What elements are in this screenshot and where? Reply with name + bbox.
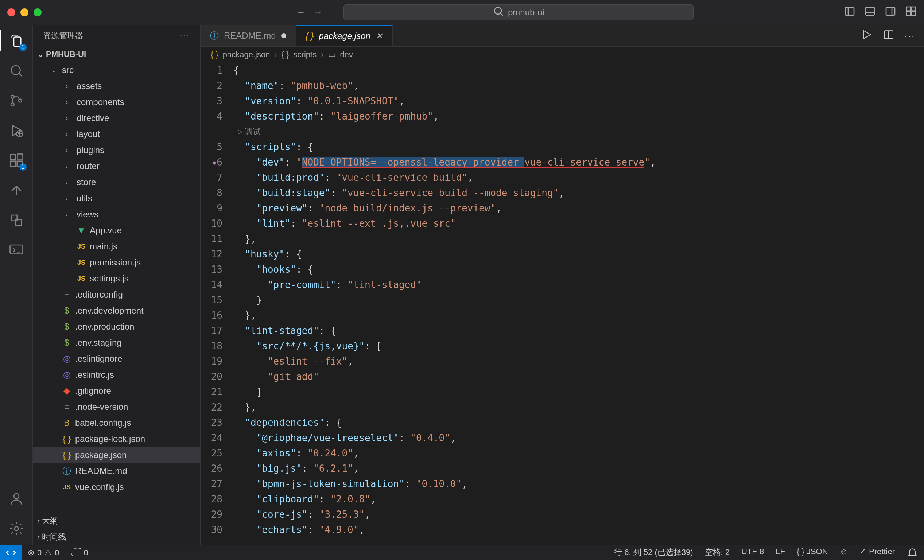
command-center-search[interactable]: pmhub-ui: [344, 4, 693, 20]
tree-item[interactable]: ◎.eslintignore: [33, 351, 200, 367]
tree-item[interactable]: ›plugins: [33, 142, 200, 158]
activity-run-debug[interactable]: [8, 122, 25, 139]
svg-rect-13: [10, 154, 16, 160]
panel-right-icon[interactable]: [885, 6, 896, 19]
file-label: vue.config.js: [75, 482, 124, 492]
outline-label: 大纲: [42, 515, 58, 527]
activity-upload[interactable]: [8, 181, 25, 199]
editor-tab[interactable]: ⓘREADME.md: [201, 25, 296, 46]
activity-source-control[interactable]: [8, 92, 25, 109]
file-label: .eslintignore: [75, 353, 122, 364]
sidebar: 资源管理器 ··· ⌄ PMHUB-UI ⌄src›assets›compone…: [33, 25, 201, 545]
tree-item[interactable]: ›utils: [33, 190, 200, 207]
sparkle-icon[interactable]: ✦: [212, 154, 218, 170]
svg-point-0: [495, 7, 501, 14]
code-content[interactable]: { "name": "pmhub-web", "version": "0.0.1…: [233, 63, 924, 545]
timeline-section[interactable]: › 时间线: [33, 529, 200, 545]
file-tree: ⌄src›assets›components›directive›layout›…: [33, 62, 200, 513]
project-header[interactable]: ⌄ PMHUB-UI: [33, 46, 200, 62]
activity-settings[interactable]: [8, 520, 25, 538]
tree-item[interactable]: ▼App.vue: [33, 222, 200, 238]
tree-item[interactable]: ›assets: [33, 78, 200, 94]
tree-item[interactable]: ›layout: [33, 126, 200, 142]
svg-point-21: [14, 527, 18, 531]
indent-button[interactable]: 空格: 2: [699, 547, 735, 558]
more-icon[interactable]: ···: [180, 31, 190, 40]
feedback-icon[interactable]: ☺: [834, 547, 854, 556]
tree-item[interactable]: JSmain.js: [33, 238, 200, 255]
panel-left-icon[interactable]: [844, 6, 855, 19]
activity-account[interactable]: [8, 490, 25, 508]
outline-section[interactable]: › 大纲: [33, 513, 200, 529]
tree-item[interactable]: ›router: [33, 158, 200, 174]
bell-icon[interactable]: [901, 547, 924, 559]
close-tab-icon[interactable]: ✕: [376, 31, 383, 41]
tree-item[interactable]: { }package.json: [33, 447, 200, 463]
project-name: PMHUB-UI: [46, 49, 86, 59]
ports-button[interactable]: ◟⁀0: [65, 545, 94, 560]
svg-rect-2: [866, 7, 874, 15]
tree-item[interactable]: JSpermission.js: [33, 255, 200, 271]
tree-item[interactable]: ›components: [33, 94, 200, 110]
tree-item[interactable]: ⓘREADME.md: [33, 463, 200, 479]
tab-label: README.md: [224, 31, 276, 41]
tree-item[interactable]: $.env.development: [33, 302, 200, 319]
breadcrumb-file: package.json: [223, 50, 270, 60]
editor-tab[interactable]: { }package.json✕: [296, 25, 393, 46]
tree-item[interactable]: ◎.eslintrc.js: [33, 367, 200, 383]
layout-icon[interactable]: [905, 6, 917, 19]
svg-point-11: [19, 99, 22, 102]
nav-forward-button[interactable]: →: [313, 7, 323, 18]
file-label: README.md: [75, 466, 127, 476]
tree-item[interactable]: Bbabel.config.js: [33, 415, 200, 431]
activity-explorer[interactable]: 1: [8, 32, 25, 49]
file-label: plugins: [76, 145, 104, 155]
tree-item[interactable]: $.env.production: [33, 319, 200, 335]
tree-item[interactable]: $.env.staging: [33, 335, 200, 351]
tree-item[interactable]: ≡.editorconfig: [33, 287, 200, 302]
activity-remote-explorer[interactable]: [8, 241, 25, 259]
cursor-position[interactable]: 行 6, 列 52 (已选择39): [608, 547, 699, 558]
activity-extensions[interactable]: 1: [8, 152, 25, 169]
sidebar-title: 资源管理器: [43, 30, 83, 41]
breadcrumb[interactable]: { } package.json › { } scripts › ▭ dev: [201, 46, 924, 63]
chevron-right-icon: ›: [37, 532, 40, 542]
code-editor[interactable]: 1234567891011121314151617181920212223242…: [201, 63, 924, 545]
file-label: .editorconfig: [75, 289, 123, 300]
svg-point-8: [11, 66, 20, 75]
file-label: .env.staging: [75, 338, 122, 348]
language-button[interactable]: { } JSON: [791, 547, 834, 556]
error-icon: ⊗: [28, 548, 34, 557]
tree-item[interactable]: JSsettings.js: [33, 271, 200, 287]
debug-hint[interactable]: ▷调试: [238, 124, 261, 139]
close-window-button[interactable]: [7, 8, 15, 16]
minimize-window-button[interactable]: [20, 8, 28, 16]
more-icon[interactable]: ···: [904, 31, 915, 41]
tree-item[interactable]: ⌄src: [33, 62, 200, 78]
tree-item[interactable]: ›directive: [33, 110, 200, 126]
prettier-button[interactable]: ✓Prettier: [854, 547, 901, 556]
nav-back-button[interactable]: ←: [296, 7, 306, 18]
problems-button[interactable]: ⊗0 ⚠0: [22, 545, 65, 560]
activity-containers[interactable]: [8, 211, 25, 229]
eol-button[interactable]: LF: [770, 547, 791, 556]
file-label: src: [62, 65, 74, 75]
dirty-indicator: [281, 33, 286, 38]
file-label: package-lock.json: [75, 434, 145, 444]
run-icon[interactable]: [861, 29, 873, 43]
split-icon[interactable]: [883, 29, 894, 43]
tree-item[interactable]: ›store: [33, 174, 200, 190]
activity-search[interactable]: [8, 62, 25, 79]
line-gutter: 1234567891011121314151617181920212223242…: [201, 63, 233, 545]
encoding-button[interactable]: UTF-8: [735, 547, 770, 556]
remote-button[interactable]: [0, 545, 22, 560]
tree-item[interactable]: JSvue.config.js: [33, 479, 200, 495]
svg-rect-1: [845, 7, 854, 15]
maximize-window-button[interactable]: [33, 8, 42, 16]
tree-item[interactable]: { }package-lock.json: [33, 431, 200, 447]
panel-bottom-icon[interactable]: [864, 6, 876, 19]
file-label: components: [76, 97, 124, 107]
tree-item[interactable]: ◆.gitignore: [33, 383, 200, 399]
tree-item[interactable]: ›views: [33, 207, 200, 222]
tree-item[interactable]: ≡.node-version: [33, 399, 200, 415]
